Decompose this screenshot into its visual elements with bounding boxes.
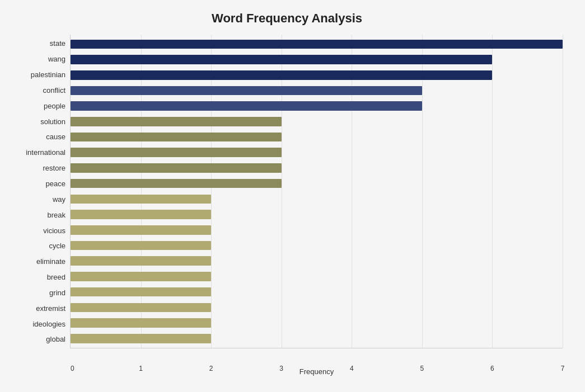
bar bbox=[71, 318, 211, 328]
bar bbox=[71, 101, 422, 111]
bar bbox=[71, 287, 211, 297]
y-label: grind bbox=[49, 289, 65, 296]
y-label: cycle bbox=[49, 242, 65, 249]
bar bbox=[71, 334, 211, 343]
y-label: solution bbox=[40, 118, 65, 125]
bar bbox=[71, 70, 492, 80]
bar bbox=[71, 148, 282, 157]
y-axis: statewangpalestinianconflictpeoplesoluti… bbox=[11, 35, 70, 348]
bar-row bbox=[71, 145, 563, 160]
grid-line bbox=[563, 35, 563, 348]
plot-area: 01234567 Frequency bbox=[70, 35, 563, 348]
bar-row bbox=[71, 129, 563, 145]
y-label: way bbox=[53, 196, 65, 203]
bar-row bbox=[71, 191, 563, 207]
y-label: vicious bbox=[43, 227, 65, 234]
y-label: breed bbox=[47, 273, 65, 281]
x-tick-label: 2 bbox=[209, 365, 213, 372]
x-tick-label: 3 bbox=[279, 365, 283, 372]
bar bbox=[71, 55, 492, 64]
x-tick-label: 0 bbox=[71, 365, 74, 372]
bar-row bbox=[71, 114, 563, 130]
y-label: wang bbox=[48, 55, 65, 63]
bar bbox=[71, 133, 282, 142]
bar-row bbox=[71, 315, 563, 331]
bar bbox=[71, 117, 282, 126]
y-label: eliminate bbox=[36, 258, 65, 265]
bar-row bbox=[71, 300, 563, 315]
chart-title: Word Frequency Analysis bbox=[11, 11, 563, 26]
x-tick-label: 1 bbox=[139, 365, 143, 372]
bar bbox=[71, 86, 422, 96]
bar-row bbox=[71, 36, 563, 52]
y-label: conflict bbox=[43, 87, 65, 94]
x-tick-label: 6 bbox=[490, 365, 494, 372]
bar-row bbox=[71, 269, 563, 285]
bar-row bbox=[71, 176, 563, 191]
y-label: palestinian bbox=[31, 71, 65, 78]
bar bbox=[71, 179, 282, 188]
bar bbox=[71, 210, 211, 219]
bar-row bbox=[71, 160, 563, 176]
y-label: people bbox=[44, 102, 65, 110]
y-label: extremist bbox=[36, 305, 65, 312]
bar bbox=[71, 163, 282, 173]
x-tick-label: 5 bbox=[420, 365, 424, 372]
bar-row bbox=[71, 83, 563, 98]
y-label: peace bbox=[46, 180, 65, 187]
bar bbox=[71, 225, 211, 235]
bar-row bbox=[71, 207, 563, 223]
chart-area: statewangpalestinianconflictpeoplesoluti… bbox=[11, 35, 563, 348]
y-label: international bbox=[26, 149, 65, 156]
bars-wrapper bbox=[71, 35, 563, 348]
bar bbox=[71, 40, 563, 49]
y-label: cause bbox=[46, 133, 65, 140]
bar-row bbox=[71, 98, 563, 114]
y-label: state bbox=[50, 40, 65, 47]
y-label: ideologies bbox=[32, 320, 65, 328]
bar bbox=[71, 303, 211, 313]
bar-row bbox=[71, 238, 563, 253]
x-axis-title: Frequency bbox=[299, 367, 334, 376]
bar-row bbox=[71, 330, 563, 346]
bar-row bbox=[71, 67, 563, 83]
bar bbox=[71, 195, 211, 204]
chart-container: Word Frequency Analysis statewangpalesti… bbox=[0, 0, 585, 392]
bar-row bbox=[71, 253, 563, 269]
bar bbox=[71, 256, 211, 266]
y-label: break bbox=[47, 211, 65, 219]
bar bbox=[71, 272, 211, 281]
x-tick-label: 4 bbox=[350, 365, 354, 372]
x-tick-label: 7 bbox=[561, 365, 565, 372]
bar-row bbox=[71, 222, 563, 238]
bar bbox=[71, 241, 211, 251]
y-label: restore bbox=[43, 164, 65, 172]
y-label: global bbox=[46, 336, 65, 343]
bar-row bbox=[71, 284, 563, 300]
bar-row bbox=[71, 52, 563, 68]
